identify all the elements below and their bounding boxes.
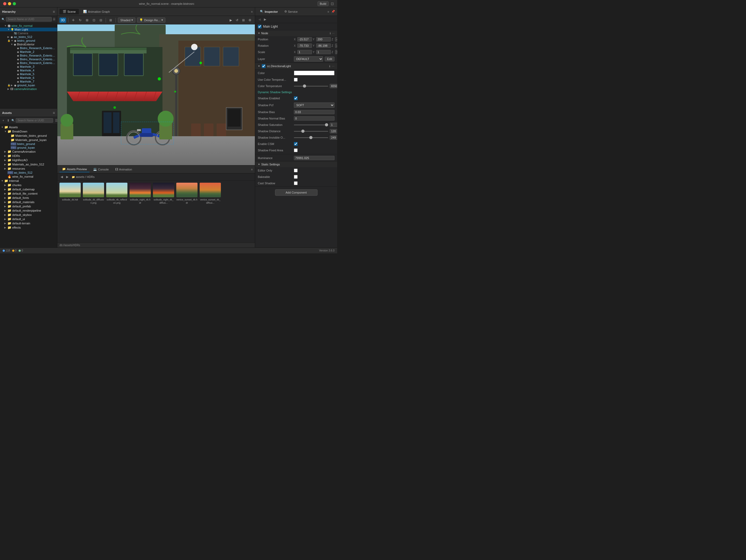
build-button[interactable]: Build <box>317 1 329 6</box>
snap-button[interactable]: ⊞ <box>108 18 113 23</box>
enable-csm-checkbox[interactable] <box>294 142 297 146</box>
transform-tool-button[interactable]: ⊡ <box>91 18 97 23</box>
tree-item-ground-luyan[interactable]: 🔒 ▶ ◉ ground_luyan <box>0 83 57 87</box>
shadow-distance-input[interactable] <box>330 129 337 133</box>
tree-item-wine-fix-normal[interactable]: ▼ 🔘 wine_fix_normal <box>0 24 57 28</box>
hierarchy-filter-icon[interactable]: ☰ <box>53 18 56 21</box>
scene-viewport[interactable] <box>57 24 255 165</box>
color-swatch[interactable] <box>294 71 335 76</box>
materials-ao-item[interactable]: ▶ 📁 Materials_ao_bistro_512 <box>0 162 57 167</box>
tree-item-manhole6[interactable]: ◈ Manhole_6 <box>0 76 57 80</box>
asset-item-solitude-diffusion[interactable]: solitude_4k_diffusion.png <box>83 183 104 204</box>
static-settings-header[interactable]: ▼ Static Settings <box>255 162 337 167</box>
shadow-saturation-slider[interactable] <box>294 124 328 125</box>
scale-tool-button[interactable]: ⊞ <box>84 18 90 23</box>
tab-scene[interactable]: 🎬 Scene <box>59 9 79 15</box>
settings-button[interactable]: ⚙ <box>247 18 253 23</box>
tab-console[interactable]: 💻 Console <box>90 167 111 172</box>
scene-tabs-menu-icon[interactable]: ≡ <box>251 10 253 13</box>
rotate-tool-button[interactable]: ↻ <box>78 18 83 23</box>
asset-item-solitude-reflection[interactable]: solitude_4k_reflection.png <box>106 183 127 204</box>
tab-animation-graph[interactable]: 📊 Animation Graph <box>80 9 113 15</box>
tree-item-camera[interactable]: 📷 Camera <box>0 31 57 35</box>
default-ui-item[interactable]: ▶ 📁 default_ui <box>0 217 57 221</box>
scale-z-input[interactable] <box>335 50 337 54</box>
shadow-distance-slider[interactable] <box>294 131 328 132</box>
play-button[interactable]: ▶ <box>228 18 233 23</box>
back-nav-icon[interactable]: ◀ <box>257 17 262 22</box>
bistro-ground-fbx-item[interactable]: FBX bistro_ground <box>0 142 57 146</box>
node-more-icon[interactable]: ⋯ <box>332 32 335 35</box>
refresh-button[interactable]: ↺ <box>234 18 240 23</box>
import-icon[interactable]: ⬆ <box>6 118 10 123</box>
close-button[interactable] <box>3 2 6 5</box>
forward-arrow-icon[interactable]: ▶ <box>65 174 69 179</box>
maximize-button[interactable] <box>13 2 16 5</box>
component-more-icon[interactable]: ⋯ <box>332 65 335 68</box>
tree-item-manhole2[interactable]: ◈ Manhole_2 <box>0 50 57 54</box>
wine-fix-scene-item[interactable]: 🔥 wine_fix_normal <box>0 174 57 179</box>
shadow-invisible-input[interactable] <box>330 135 337 140</box>
assets-search-input[interactable] <box>16 118 53 123</box>
bakeable-checkbox[interactable] <box>294 175 297 179</box>
asset-item-venice-sunset-diffusi[interactable]: venice_sunset_4k_diffusi... <box>200 183 221 204</box>
hierarchy-menu-icon[interactable]: ≡ <box>53 9 55 14</box>
scale-x-input[interactable] <box>297 50 312 54</box>
tree-item-manhole5[interactable]: ◈ Manhole_5 <box>0 72 57 76</box>
tree-item-main-light[interactable]: ▼ 💡 Main Light <box>0 28 57 31</box>
component-info-icon[interactable]: ℹ <box>329 65 330 68</box>
shaded-dropdown[interactable]: Shaded ▾ <box>118 18 135 23</box>
move-tool-button[interactable]: ✛ <box>70 18 76 23</box>
back-arrow-icon[interactable]: ◀ <box>59 174 64 179</box>
tree-item-bistro-paris1[interactable]: ◈ Bistro_Research_Exterior_Paris_Street_… <box>0 46 57 50</box>
shadow-normal-bias-input[interactable] <box>294 116 335 120</box>
default-file-content-item[interactable]: ▶ 📁 default_file_content <box>0 192 57 196</box>
entity-enabled-checkbox[interactable] <box>258 25 261 28</box>
ground-luyan-fbx-item[interactable]: FBX ground_luyan <box>0 146 57 149</box>
default-cubemap-item[interactable]: ▶ 📁 default_cubemap <box>0 187 57 192</box>
color-temp-slider[interactable] <box>294 86 328 87</box>
tree-item-ao-bistro[interactable]: ▶ ◉ ao_bistro_512 <box>0 35 57 39</box>
shadow-enabled-checkbox[interactable] <box>294 96 297 100</box>
resources-item[interactable]: ▶ 📁 resources <box>0 167 57 171</box>
cast-shadow-checkbox[interactable] <box>294 181 297 185</box>
position-z-input[interactable] <box>335 37 337 41</box>
dynamic-shadow-settings-link[interactable]: Dynamic Shadow Settings <box>255 89 337 95</box>
breakdown-item[interactable]: ▼ 📁 BreakDown <box>0 129 57 134</box>
default-prefab-item[interactable]: ▶ 📁 default_prefab <box>0 204 57 208</box>
tree-item-bistro-paris4[interactable]: ◈ Bistro_Research_Exterior_Paris_Street_… <box>0 61 57 65</box>
shadow-bias-input[interactable] <box>294 110 335 114</box>
default-renderpipeline-item[interactable]: ▶ 📁 default_renderpipeline <box>0 208 57 213</box>
minimize-button[interactable] <box>8 2 11 5</box>
editor-only-checkbox[interactable] <box>294 169 297 172</box>
node-section-header[interactable]: ▼ Node ℹ ⋯ <box>255 30 337 36</box>
3d-mode-button[interactable]: 3D <box>59 18 66 23</box>
bottom-tabs-menu-icon[interactable]: ≡ <box>251 168 253 171</box>
tree-item-bistro-paris3[interactable]: ◈ Bistro_Research_Exterior_Paris_Street_… <box>0 57 57 61</box>
rect-tool-button[interactable]: ⊟ <box>98 18 104 23</box>
scale-y-input[interactable] <box>316 50 331 54</box>
materials-ground-item[interactable]: 📁 Materials_ground_luyan <box>0 138 57 142</box>
asset-item-venice-sunset-hdr[interactable]: venice_sunset_4k.hdr <box>176 183 198 204</box>
shadow-fixed-area-checkbox[interactable] <box>294 148 297 152</box>
color-temp-input[interactable] <box>330 84 337 88</box>
node-info-icon[interactable]: ℹ <box>330 32 331 35</box>
high-rez-ao-item[interactable]: ▶ 📁 HighRezAO <box>0 158 57 162</box>
forward-nav-icon[interactable]: ▶ <box>263 17 267 22</box>
tab-service[interactable]: ⚙ Service <box>282 9 300 15</box>
position-x-input[interactable] <box>297 37 312 41</box>
materials-bistro-item[interactable]: 📁 Materials_bistro_ground <box>0 134 57 138</box>
internal-item[interactable]: ▼ 📁 Internal <box>0 179 57 183</box>
rotation-z-input[interactable] <box>335 44 337 48</box>
tree-item-manhole3[interactable]: ◈ Manhole_3 <box>0 65 57 68</box>
ao-bistro-fbx-item[interactable]: FBX ao_bistro_512 <box>0 171 57 174</box>
assets-root-item[interactable]: ▼ 📁 Assets <box>0 125 57 129</box>
tree-item-camera-animation[interactable]: ▶ 🎞 cameraAnimation <box>0 87 57 91</box>
component-enabled-checkbox[interactable] <box>262 64 265 68</box>
tab-assets-preview[interactable]: 📁 Assets Preview <box>59 166 89 172</box>
default-materials-item[interactable]: ▶ 📁 default_materials <box>0 200 57 204</box>
position-y-input[interactable] <box>316 37 331 41</box>
grid-button[interactable]: ⊞ <box>241 18 246 23</box>
default-skybox-item[interactable]: ▶ 📁 default_skybox <box>0 213 57 217</box>
tab-inspector[interactable]: 🔍 Inspector <box>257 9 281 15</box>
